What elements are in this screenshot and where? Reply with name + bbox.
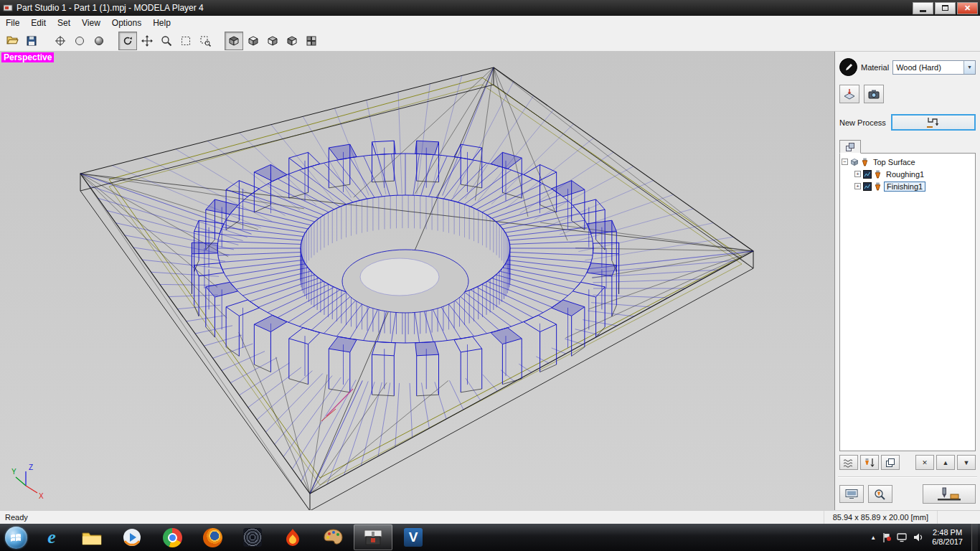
expand-toggle-icon[interactable]: + xyxy=(854,171,861,177)
maximize-button[interactable] xyxy=(935,2,956,14)
process-panel: Material Wood (Hard) ▼ New Process − xyxy=(835,52,980,510)
menu-options[interactable]: Options xyxy=(106,17,147,29)
start-cutting-button[interactable] xyxy=(923,484,976,504)
view-shaded-button[interactable] xyxy=(90,32,108,50)
scene-3d-toolpath[interactable] xyxy=(0,52,835,510)
waves-icon xyxy=(843,458,854,468)
tray-clock[interactable]: 2:48 PM 6/8/2017 xyxy=(929,528,966,547)
taskbar-firefox[interactable] xyxy=(193,524,232,550)
tree-label[interactable]: Top Surface xyxy=(871,158,918,166)
toolpath-block-icon xyxy=(863,170,872,179)
tree-item-roughing[interactable]: + Roughing1 xyxy=(842,168,974,180)
tree-label[interactable]: Finishing1 xyxy=(884,182,925,192)
expand-toggle-icon[interactable]: + xyxy=(854,183,861,189)
z-axis-label: Z xyxy=(29,463,33,471)
taskbar-modela-player[interactable] xyxy=(354,524,392,550)
taskbar-media-player[interactable] xyxy=(113,524,151,550)
view-preset-2-button[interactable] xyxy=(244,32,263,50)
menu-help[interactable]: Help xyxy=(147,17,176,29)
preview-image-button[interactable] xyxy=(864,85,884,103)
action-center-flag-icon[interactable] xyxy=(882,532,891,543)
taskbar-v-app[interactable]: V xyxy=(394,524,433,550)
menubar: File Edit Set View Options Help xyxy=(0,16,980,30)
move-down-button[interactable]: ▼ xyxy=(957,455,976,470)
view-preset-3-button[interactable] xyxy=(263,32,282,50)
new-process-label: New Process xyxy=(839,118,886,127)
taskbar-ie[interactable]: e xyxy=(32,524,71,550)
edit-process-button[interactable] xyxy=(860,455,879,470)
new-process-icon xyxy=(925,117,941,128)
separator xyxy=(838,476,977,478)
copy-process-button[interactable] xyxy=(881,455,900,470)
rotate-icon xyxy=(122,35,133,47)
network-display-icon[interactable] xyxy=(897,532,908,542)
volume-icon[interactable] xyxy=(913,532,923,542)
save-button[interactable] xyxy=(22,32,41,50)
close-button[interactable]: ✕ xyxy=(957,2,978,14)
cube-dark-icon xyxy=(228,35,240,47)
axis-triad: Y Z X xyxy=(7,463,50,500)
zoom-button[interactable] xyxy=(157,32,176,50)
fit-view-button[interactable] xyxy=(176,32,195,50)
view-preset-4-button[interactable] xyxy=(283,32,301,50)
tree-item-top-surface[interactable]: − Top Surface xyxy=(842,156,974,168)
pencil-icon xyxy=(844,62,854,72)
material-edit-button[interactable] xyxy=(839,58,857,76)
menu-view[interactable]: View xyxy=(76,17,106,29)
zoom-box-button[interactable] xyxy=(196,32,215,50)
collapse-toggle-icon[interactable]: − xyxy=(842,159,848,165)
view-preset-1-button[interactable] xyxy=(225,32,243,50)
start-button[interactable] xyxy=(0,524,32,551)
tool-icon xyxy=(874,170,882,179)
delete-process-button[interactable]: ✕ xyxy=(915,455,934,470)
view-frame-center-button[interactable] xyxy=(51,32,70,50)
menu-set[interactable]: Set xyxy=(52,17,76,29)
tool-check-button[interactable] xyxy=(868,485,892,503)
process-tree: − Top Surface + Roughing1 + Finishing1 xyxy=(839,153,976,451)
rotate-view-button[interactable] xyxy=(118,32,137,50)
menu-file[interactable]: File xyxy=(0,17,25,29)
tool-icon xyxy=(874,182,882,191)
toolbar xyxy=(0,30,980,52)
material-select[interactable]: Wood (Hard) ▼ xyxy=(892,60,976,75)
menu-edit[interactable]: Edit xyxy=(25,17,52,29)
four-views-button[interactable] xyxy=(302,32,321,50)
toolpath-block-icon xyxy=(863,182,872,191)
crosshair-circle-icon xyxy=(55,35,66,47)
cutting-icon xyxy=(936,487,962,501)
process-list-tab[interactable] xyxy=(839,140,861,154)
layers-icon xyxy=(845,142,855,152)
model-setup-button[interactable] xyxy=(839,85,859,103)
windows-orb-icon xyxy=(5,527,27,549)
panel-footer xyxy=(839,484,976,504)
show-desktop-button[interactable] xyxy=(971,524,978,551)
view-wireframe-button[interactable] xyxy=(70,32,89,50)
taskbar-ring-app[interactable] xyxy=(233,524,272,550)
minimize-button[interactable] xyxy=(913,2,933,14)
tray-chevron-button[interactable]: ▲ xyxy=(870,534,876,541)
zoom-region-icon xyxy=(199,35,211,47)
clock-time: 2:48 PM xyxy=(932,528,963,537)
move-up-button[interactable]: ▲ xyxy=(936,455,955,470)
statusbar: Ready 85.94 x 85.89 x 20.00 [mm] xyxy=(0,510,980,524)
tree-item-finishing[interactable]: + Finishing1 xyxy=(842,180,974,192)
desktop: Part Studio 1 - Part 1 (1).mpj - MODELA … xyxy=(0,0,980,551)
preview-result-button[interactable] xyxy=(839,485,864,503)
monitor-icon xyxy=(845,489,858,499)
toolpath-preview-button[interactable] xyxy=(839,455,858,470)
new-process-button[interactable] xyxy=(891,114,976,131)
taskbar-paint-app[interactable] xyxy=(314,524,352,550)
open-file-button[interactable] xyxy=(3,32,22,50)
fit-frame-icon xyxy=(180,35,192,47)
open-folder-icon xyxy=(6,34,19,47)
taskbar-chrome[interactable] xyxy=(153,524,192,550)
process-tab-strip xyxy=(839,140,976,153)
viewport-3d[interactable]: Perspective Y Z X xyxy=(0,52,835,510)
cube-left-icon xyxy=(267,35,278,47)
tree-label[interactable]: Roughing1 xyxy=(884,170,926,179)
move-icon xyxy=(141,35,153,47)
folder-icon xyxy=(82,529,102,545)
taskbar-explorer[interactable] xyxy=(72,524,111,550)
pan-view-button[interactable] xyxy=(138,32,156,50)
taskbar-flame-app[interactable] xyxy=(273,524,312,550)
